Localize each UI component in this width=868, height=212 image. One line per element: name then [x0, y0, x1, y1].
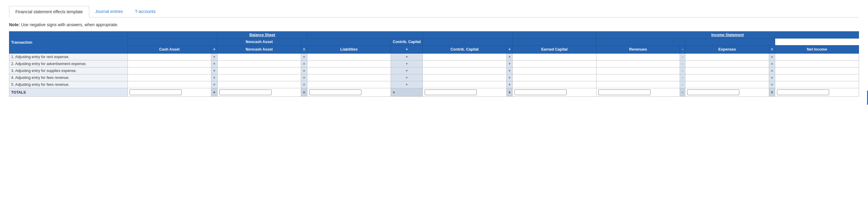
- contrib-capital-input-cell[interactable]: [423, 67, 507, 74]
- noncash-asset-input-cell[interactable]: [217, 67, 301, 74]
- expenses-input-cell[interactable]: [685, 61, 769, 67]
- cash-asset-input[interactable]: [129, 55, 210, 59]
- revenues-input[interactable]: [598, 62, 679, 66]
- expenses-input[interactable]: [687, 82, 768, 87]
- cash-asset-input-cell[interactable]: [127, 61, 211, 67]
- cash-asset-input-cell[interactable]: [127, 54, 211, 61]
- earned-capital-input[interactable]: [514, 55, 595, 59]
- earned-capital-input-cell[interactable]: [513, 74, 596, 81]
- earned-capital-input-cell[interactable]: [513, 54, 596, 61]
- cash-asset-input[interactable]: [129, 69, 210, 73]
- revenues-input-cell[interactable]: [596, 88, 680, 97]
- liabilities-input[interactable]: [309, 76, 390, 80]
- noncash-asset-input[interactable]: [219, 82, 300, 87]
- revenues-input-cell[interactable]: [596, 67, 680, 74]
- contrib-capital-input-cell[interactable]: [423, 54, 507, 61]
- earned-capital-input-cell[interactable]: [513, 67, 596, 74]
- revenues-input[interactable]: [598, 69, 679, 73]
- expenses-input-cell[interactable]: [685, 67, 769, 74]
- net-income-input-cell[interactable]: [775, 61, 859, 67]
- revenues-input[interactable]: [598, 76, 679, 80]
- cash-asset-input[interactable]: [129, 62, 210, 66]
- earned-capital-input[interactable]: [514, 76, 595, 80]
- noncash-asset-input-cell[interactable]: [217, 88, 301, 97]
- contrib-capital-input-cell[interactable]: [423, 61, 507, 67]
- cash-asset-input[interactable]: [130, 90, 182, 95]
- net-income-input[interactable]: [776, 69, 858, 73]
- cash-asset-input-cell[interactable]: [127, 67, 211, 74]
- revenues-input-cell[interactable]: [596, 74, 680, 81]
- net-income-input[interactable]: [776, 82, 858, 87]
- earned-capital-input[interactable]: [514, 69, 595, 73]
- contrib-capital-input-cell[interactable]: [423, 81, 507, 88]
- noncash-asset-input[interactable]: [219, 76, 300, 80]
- tab-t-accounts[interactable]: T-accounts: [129, 6, 161, 17]
- net-income-input[interactable]: [776, 62, 858, 66]
- noncash-asset-input[interactable]: [219, 69, 300, 73]
- liabilities-input-cell[interactable]: [307, 67, 391, 74]
- liabilities-input[interactable]: [309, 55, 390, 59]
- liabilities-input-cell[interactable]: [307, 61, 391, 67]
- liabilities-input[interactable]: [309, 62, 390, 66]
- contrib-capital-input[interactable]: [424, 55, 505, 59]
- liabilities-input-cell[interactable]: [307, 88, 391, 97]
- cash-asset-input-cell[interactable]: [127, 81, 211, 88]
- liabilities-input-cell[interactable]: [307, 74, 391, 81]
- contrib-capital-input[interactable]: [424, 82, 505, 87]
- liabilities-input-cell[interactable]: [307, 54, 391, 61]
- noncash-asset-input-cell[interactable]: [217, 54, 301, 61]
- noncash-asset-input-cell[interactable]: [217, 74, 301, 81]
- earned-capital-input[interactable]: [515, 90, 567, 95]
- contrib-capital-input[interactable]: [425, 90, 477, 95]
- contrib-capital-input[interactable]: [424, 76, 505, 80]
- liabilities-input[interactable]: [309, 82, 390, 87]
- expenses-input-cell[interactable]: [685, 81, 769, 88]
- net-income-input-cell[interactable]: [775, 54, 859, 61]
- revenues-input-cell[interactable]: [596, 61, 680, 67]
- noncash-asset-input-cell[interactable]: [217, 81, 301, 88]
- earned-capital-input[interactable]: [514, 82, 595, 87]
- net-income-input[interactable]: [776, 76, 858, 80]
- expenses-input[interactable]: [687, 69, 768, 73]
- tab-financial-statement[interactable]: Financial statement effects template: [9, 6, 89, 17]
- net-income-input-cell[interactable]: [775, 74, 859, 81]
- cash-asset-input-cell[interactable]: [127, 74, 211, 81]
- revenues-input[interactable]: [598, 55, 679, 59]
- noncash-asset-input[interactable]: [219, 62, 300, 66]
- expenses-input-cell[interactable]: [685, 74, 769, 81]
- expenses-input-cell[interactable]: [685, 54, 769, 61]
- revenues-input[interactable]: [598, 90, 650, 95]
- expenses-input-cell[interactable]: [685, 88, 769, 97]
- revenues-input-cell[interactable]: [596, 54, 680, 61]
- tab-journal-entries[interactable]: Journal entries: [89, 6, 129, 17]
- net-income-input-cell[interactable]: [775, 81, 859, 88]
- expenses-input[interactable]: [687, 62, 768, 66]
- liabilities-input[interactable]: [309, 69, 390, 73]
- earned-capital-input-cell[interactable]: [513, 88, 596, 97]
- operator-minus: -: [680, 61, 685, 67]
- noncash-asset-input[interactable]: [219, 55, 300, 59]
- contrib-capital-input-cell[interactable]: [423, 74, 507, 81]
- revenues-input[interactable]: [598, 82, 679, 87]
- cash-asset-input-cell[interactable]: [127, 88, 211, 97]
- cash-asset-input[interactable]: [129, 82, 210, 87]
- noncash-asset-input-cell[interactable]: [217, 61, 301, 67]
- cash-asset-input[interactable]: [129, 76, 210, 80]
- net-income-input[interactable]: [777, 90, 829, 95]
- liabilities-input-cell[interactable]: [307, 81, 391, 88]
- net-income-input-cell[interactable]: [775, 88, 859, 97]
- contrib-capital-input[interactable]: [424, 62, 505, 66]
- revenues-input-cell[interactable]: [596, 81, 680, 88]
- earned-capital-input-cell[interactable]: [513, 61, 596, 67]
- expenses-input[interactable]: [687, 90, 739, 95]
- earned-capital-input[interactable]: [514, 62, 595, 66]
- liabilities-input[interactable]: [309, 90, 361, 95]
- net-income-input[interactable]: [776, 55, 858, 59]
- contrib-capital-input[interactable]: [424, 69, 505, 73]
- noncash-asset-input[interactable]: [219, 90, 272, 95]
- net-income-input-cell[interactable]: [775, 67, 859, 74]
- expenses-input[interactable]: [687, 76, 768, 80]
- expenses-input[interactable]: [687, 55, 768, 59]
- contrib-capital-input-cell[interactable]: [423, 88, 507, 97]
- earned-capital-input-cell[interactable]: [513, 81, 596, 88]
